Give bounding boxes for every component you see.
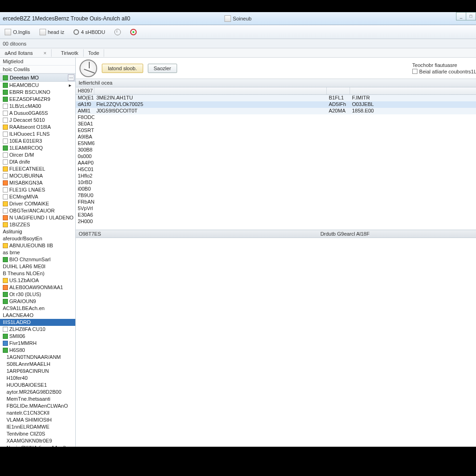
tree-item[interactable]: nantelr.C1CN3CKll bbox=[0, 410, 75, 416]
control-row: latond sloob. Saozler Teochobr fiautuasr… bbox=[76, 58, 476, 79]
tree-item[interactable]: ILHOuoec1 FLNS bbox=[0, 131, 75, 138]
tree-item[interactable]: Ot r30 (0LUS) bbox=[0, 291, 75, 298]
grid-header[interactable]: H8097 bbox=[76, 87, 476, 95]
grid-row[interactable]: 3E0A1 bbox=[76, 121, 476, 127]
tree-item[interactable]: ZLHZ8FA CU10 bbox=[0, 326, 75, 333]
tree-item[interactable]: FLEECATNEEL bbox=[0, 165, 75, 172]
sidebar-header-menu[interactable]: ⋯ bbox=[68, 74, 74, 81]
tree-item[interactable]: VLAMA SHIMIOStH bbox=[0, 416, 75, 423]
tree-item[interactable]: 1LB/zLcMA00 bbox=[0, 103, 75, 110]
sidebar-section-1[interactable]: Migtielod bbox=[0, 58, 75, 66]
tab-2[interactable]: Tiriwotk bbox=[56, 49, 83, 57]
grid-col-1[interactable]: H8097 bbox=[76, 87, 94, 94]
tree-item[interactable]: HEAMOBCU▸ bbox=[0, 82, 75, 89]
grid-row[interactable]: A9IBA bbox=[76, 134, 476, 140]
grid-row[interactable]: AMll1J0G59I9DCOIT0TA20MA1858.E00 bbox=[76, 108, 476, 114]
grid-row[interactable]: FRbAN1 bbox=[76, 199, 476, 205]
tree-item[interactable]: 1BIZZES bbox=[0, 221, 75, 228]
sidebar-header[interactable]: Deeetan MO ⋯ bbox=[0, 73, 75, 82]
tree-item[interactable]: N UAGIFEUND I ULADENO bbox=[0, 214, 75, 221]
grid-row[interactable]: 300B8 bbox=[76, 147, 476, 153]
primary-action-button[interactable]: latond sloob. bbox=[102, 64, 143, 73]
navigation-tree[interactable]: HEAMOBCU▸EBRR BSCUKNOEEZASDFIA6ZR91LB/zL… bbox=[0, 82, 75, 447]
grid-row[interactable]: 10rBD bbox=[76, 179, 476, 186]
tree-item[interactable]: MISABKGN3A bbox=[0, 179, 75, 186]
grid-row[interactable]: MO(E13ME2IN.AH1TUB1FL1F.IMITR bbox=[76, 95, 476, 101]
tree-item[interactable]: Tentvibne CllZ0S bbox=[0, 430, 75, 437]
detail-header[interactable]: O98T7ES Drdutb G9earcl Al18F 31 ⊞ bbox=[76, 230, 476, 238]
tree-item[interactable]: 1ARP69ACINRUN bbox=[0, 368, 75, 375]
tree-item[interactable]: US.1ZbAIOA bbox=[0, 277, 75, 284]
control-checkbox-row[interactable]: Beial atliarle coubontrs1Le) bbox=[412, 68, 476, 75]
maximize-button[interactable]: □ bbox=[466, 12, 476, 20]
toolbar-btn-target[interactable] bbox=[127, 28, 139, 36]
titlebar[interactable]: ercedeBZZ 1MedcesBernz Troube Ouis-Anulc… bbox=[0, 12, 476, 25]
tree-item[interactable]: 1LEAMIRCOQ bbox=[0, 145, 75, 152]
sidebar-section-2[interactable]: hoic Cowlils bbox=[0, 66, 75, 73]
checkbox-icon[interactable] bbox=[412, 69, 417, 74]
tree-item[interactable]: 1AGN0TNDNAAR/ANM bbox=[0, 354, 75, 361]
close-icon[interactable]: × bbox=[44, 50, 46, 56]
tree-item[interactable]: MOCUBURNA bbox=[0, 172, 75, 179]
tab-1[interactable]: aAnd llotans × bbox=[0, 49, 52, 57]
toolbar-btn-clock[interactable] bbox=[112, 28, 124, 36]
toolbar-btn-3[interactable]: 4 sHB0DU bbox=[71, 28, 108, 36]
tree-item[interactable]: OBGTer/ANCAUOR bbox=[0, 207, 75, 214]
grid-row[interactable]: E30A6 bbox=[76, 212, 476, 218]
grid-row[interactable]: AA4P0 bbox=[76, 160, 476, 166]
tree-item[interactable]: MemTne.Ihetsaanti bbox=[0, 396, 75, 403]
tree-item[interactable]: aferoudr/BsoytEn bbox=[0, 235, 75, 242]
tree-item[interactable]: Aslitunig bbox=[0, 228, 75, 235]
secondary-action-button[interactable]: Saozler bbox=[148, 64, 177, 73]
tree-item[interactable]: SMIl06 bbox=[0, 333, 75, 340]
grid-row[interactable]: 1Hflo2 bbox=[76, 173, 476, 179]
grid-row[interactable]: F8ODO bbox=[76, 114, 476, 121]
tree-item[interactable]: Driver COfMAlKE bbox=[0, 200, 75, 207]
tree-item[interactable]: H10fer40 bbox=[0, 375, 75, 382]
grid-row[interactable]: H5C01 bbox=[76, 166, 476, 173]
data-grid[interactable]: MO(E13ME2IN.AH1TUB1FL1F.IMITRdA1f0FleL2Z… bbox=[76, 95, 476, 230]
tree-item[interactable]: Neais CW1IA (jercnAAcol) bbox=[0, 444, 75, 447]
tree-item[interactable]: S08LAnnrMAAELH bbox=[0, 361, 75, 368]
tab-3[interactable]: Tode bbox=[84, 49, 105, 57]
grid-row[interactable]: 0s000 bbox=[76, 153, 476, 160]
grid-row[interactable]: E5NM6 bbox=[76, 140, 476, 147]
tree-item[interactable]: EEZASDFIA6ZR9 bbox=[0, 96, 75, 103]
tree-item[interactable]: ABNUUEOUNB IIB bbox=[0, 242, 75, 249]
tree-item[interactable]: Fivr1MMRH bbox=[0, 340, 75, 347]
tree-item[interactable]: EBRR BSCUKNO bbox=[0, 89, 75, 96]
tree-item[interactable]: 10EA E01ER3 bbox=[0, 138, 75, 145]
tree-item[interactable]: AC9A1LBEAch.en bbox=[0, 305, 75, 312]
tree-item[interactable]: GRAIOUN9 bbox=[0, 298, 75, 305]
tree-item[interactable]: BIO ChznmunSarl bbox=[0, 256, 75, 263]
tree-item[interactable]: XAAMGNKN0ltr0E9 bbox=[0, 437, 75, 444]
tree-item[interactable]: FLE1IG LNAES bbox=[0, 186, 75, 193]
tree-item[interactable]: RAAitseont O18IA bbox=[0, 124, 75, 131]
tree-item[interactable]: J Decacet 5010 bbox=[0, 117, 75, 124]
grid-row[interactable]: E0SRTI bbox=[76, 127, 476, 134]
tree-item[interactable]: H6S80 bbox=[0, 347, 75, 354]
toolbar-btn-2[interactable]: head iz bbox=[37, 28, 67, 36]
grid-row[interactable]: dA1f0FleL2ZQVLOk70025AD5IFhO03JEBL bbox=[76, 101, 476, 108]
tree-item[interactable]: DUIHL LAR6 ME0I bbox=[0, 263, 75, 270]
tree-item[interactable]: IE1nnELRDAMWE bbox=[0, 423, 75, 430]
tree-item[interactable]: DfA dnife bbox=[0, 159, 75, 165]
tree-item[interactable]: ALEB0OAW9ONM/AA1 bbox=[0, 284, 75, 291]
tree-item[interactable]: aytor.MR26AG98D2B00 bbox=[0, 389, 75, 396]
grid-row[interactable]: i00B0 bbox=[76, 186, 476, 192]
module-icon bbox=[3, 292, 8, 297]
tree-item[interactable]: B Theuns NLOEn) bbox=[0, 270, 75, 277]
minimize-button[interactable]: _ bbox=[456, 12, 466, 20]
tree-item[interactable]: HUOUBAIOESE1 bbox=[0, 382, 75, 389]
tree-item[interactable]: A Dusuo0GA65S bbox=[0, 110, 75, 117]
tree-item[interactable]: IIIS1LADRD bbox=[0, 319, 75, 326]
tree-item[interactable]: LAACNEA4O bbox=[0, 312, 75, 319]
toolbar-btn-1[interactable]: O.lnglis bbox=[2, 28, 33, 36]
tree-item[interactable]: as brne bbox=[0, 249, 75, 256]
tree-item[interactable]: ECMngMlVA bbox=[0, 193, 75, 200]
tree-item[interactable]: Oircer D/M bbox=[0, 152, 75, 159]
grid-row[interactable]: 7B9U0 bbox=[76, 192, 476, 199]
tree-item[interactable]: FBGLIDe.MMAenCLWAnO bbox=[0, 403, 75, 410]
grid-row[interactable]: 5VpVrl bbox=[76, 205, 476, 212]
grid-row[interactable]: 2H000 bbox=[76, 218, 476, 225]
